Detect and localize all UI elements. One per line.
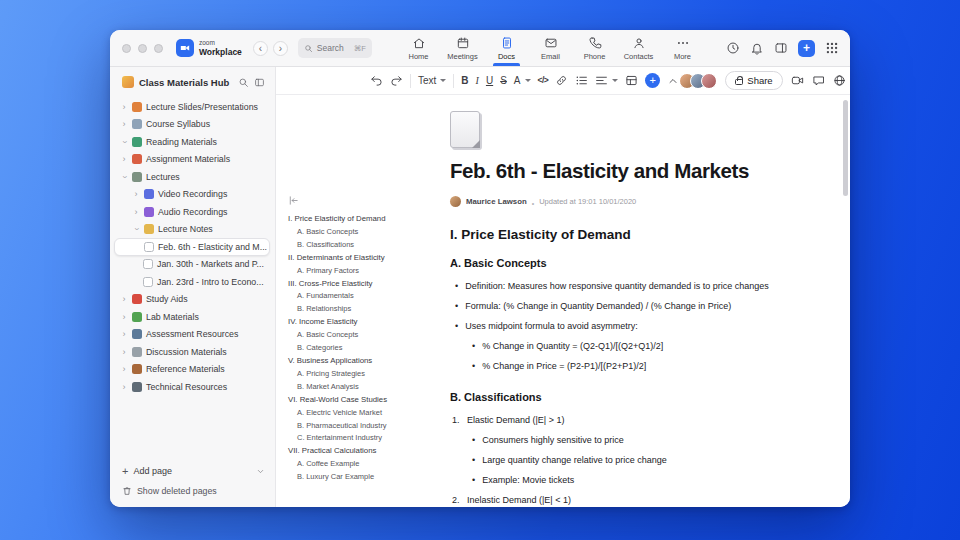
chevron-right-icon[interactable] [120,330,128,338]
sidebar-item-jan-30th[interactable]: Jan. 30th - Markets and P... [110,256,275,274]
outline-item[interactable]: A. Electric Vehicle Market [288,407,410,420]
sidebar-item-reference-materials[interactable]: Reference Materials [110,361,275,379]
heading-1[interactable]: I. Price Elasticity of Demand [450,227,772,242]
outline-item[interactable]: A. Pricing Strategies [288,368,410,381]
sidebar-item-discussion-materials[interactable]: Discussion Materials [110,343,275,361]
text-style-dropdown[interactable]: Text [418,76,446,86]
sidebar-item-course-syllabus[interactable]: Course Syllabus [110,116,275,134]
outline-item[interactable]: C. Entertainment Industry [288,432,410,445]
code-button[interactable]: </> [538,76,549,85]
video-camera-icon[interactable] [791,74,804,87]
insert-block-button[interactable] [645,73,660,88]
outline-item[interactable]: II. Determinants of Elasticity [288,252,410,265]
outline-item[interactable]: V. Business Applications [288,355,410,368]
bullet-item[interactable]: Uses midpoint formula to avoid asymmetry… [450,316,772,336]
maximize-window-button[interactable] [154,44,163,53]
sub-bullet-item[interactable]: Consumers highly sensitive to price [450,430,772,450]
outline-item[interactable]: B. Luxury Car Example [288,471,410,484]
share-button[interactable]: Share [725,71,782,90]
chevron-right-icon[interactable] [120,103,128,111]
show-deleted-pages-button[interactable]: Show deleted pages [122,486,265,496]
back-button[interactable] [253,41,268,56]
chevron-right-icon[interactable] [120,383,128,391]
new-button[interactable] [798,40,815,57]
numbered-item[interactable]: 2.Inelastic Demand (|E| < 1) [450,490,772,507]
outline-item[interactable]: B. Classifications [288,239,410,252]
outline-item[interactable]: III. Cross-Price Elasticity [288,278,410,291]
outline-item[interactable]: VI. Real-World Case Studies [288,394,410,407]
chevron-down-icon[interactable] [120,173,128,181]
sidebar-item-assessment-resources[interactable]: Assessment Resources [110,326,275,344]
scrollbar[interactable] [843,100,848,196]
chevron-down-icon[interactable] [120,138,128,146]
outline-item[interactable]: A. Coffee Example [288,458,410,471]
text-color-button[interactable]: A [514,76,531,86]
sub-bullet-item[interactable]: Example: Movie tickets [450,470,772,490]
tab-home[interactable]: Home [398,30,439,66]
collapse-toolbar-button[interactable] [667,75,679,87]
numbered-item[interactable]: 1.Elastic Demand (|E| > 1) [450,410,772,430]
chevron-down-icon[interactable] [256,467,265,476]
sidebar-item-lecture-notes[interactable]: Lecture Notes [110,221,275,239]
chevron-right-icon[interactable] [120,295,128,303]
bulleted-list-button[interactable] [575,74,588,87]
bullet-item[interactable]: Formula: (% Change in Quantity Demanded)… [450,296,772,316]
heading-2[interactable]: B. Classifications [450,391,772,403]
chevron-right-icon[interactable] [120,155,128,163]
chat-icon[interactable] [812,74,825,87]
globe-icon[interactable] [833,74,846,87]
heading-2[interactable]: A. Basic Concepts [450,257,772,269]
sub-bullet-item[interactable]: Large quantity change relative to price … [450,450,772,470]
align-button[interactable] [595,74,618,87]
document-title[interactable]: Feb. 6th - Elasticity and Markets [450,159,772,183]
outline-item[interactable]: A. Basic Concepts [288,226,410,239]
outline-item[interactable]: A. Fundamentals [288,290,410,303]
sidebar-item-study-aids[interactable]: Study Aids [110,291,275,309]
document-page-icon[interactable] [450,111,480,148]
chevron-down-icon[interactable] [132,225,140,233]
outline-item[interactable]: B. Pharmaceutical Industry [288,420,410,433]
forward-button[interactable] [273,41,288,56]
chevron-right-icon[interactable] [120,348,128,356]
bullet-item[interactable]: Definition: Measures how responsive quan… [450,276,772,296]
search-input[interactable]: Search ⌘F [298,38,372,58]
sidebar-item-lab-materials[interactable]: Lab Materials [110,308,275,326]
tab-email[interactable]: Email [530,30,571,66]
sub-bullet-item[interactable]: % Change in Quantity = (Q2-Q1)/[(Q2+Q1)/… [450,336,772,356]
strikethrough-button[interactable]: S [500,76,507,86]
side-panel-icon[interactable] [774,41,788,55]
outline-item[interactable]: B. Relationships [288,303,410,316]
sidebar-item-lecture-slides[interactable]: Lecture Slides/Presentations [110,98,275,116]
tab-more[interactable]: More [662,30,703,66]
sidebar-item-assignment-materials[interactable]: Assignment Materials [110,151,275,169]
notifications-bell-icon[interactable] [750,41,764,55]
outline-item[interactable]: B. Categories [288,342,410,355]
bold-button[interactable]: B [461,76,468,86]
tab-phone[interactable]: Phone [574,30,615,66]
sub-bullet-item[interactable]: % Change in Price = (P2-P1)/[(P2+P1)/2] [450,356,772,376]
redo-button[interactable] [390,74,403,87]
sidebar-item-jan-23rd[interactable]: Jan. 23rd - Intro to Econo... [110,273,275,291]
outline-item[interactable]: VII. Practical Calculations [288,445,410,458]
link-button[interactable] [555,74,568,87]
history-icon[interactable] [726,41,740,55]
minimize-window-button[interactable] [138,44,147,53]
chevron-right-icon[interactable] [132,190,140,198]
sidebar-item-feb-6th[interactable]: Feb. 6th - Elasticity and M... [114,238,270,256]
sidebar-collapse-icon[interactable] [254,77,265,88]
outline-item[interactable]: A. Primary Factors [288,265,410,278]
outline-item[interactable]: B. Market Analysis [288,381,410,394]
tab-contacts[interactable]: Contacts [618,30,659,66]
sidebar-item-video-recordings[interactable]: Video Recordings [110,186,275,204]
collaborator-avatars[interactable] [679,73,717,89]
add-page-button[interactable]: Add page [122,465,265,477]
sidebar-item-audio-recordings[interactable]: Audio Recordings [110,203,275,221]
sidebar-item-lectures[interactable]: Lectures [110,168,275,186]
outline-item[interactable]: A. Basic Concepts [288,329,410,342]
apps-grid-icon[interactable] [825,41,839,55]
underline-button[interactable]: U [486,76,493,86]
outline-collapse-icon[interactable] [288,195,410,206]
tab-docs[interactable]: Docs [486,30,527,66]
chevron-right-icon[interactable] [120,313,128,321]
sidebar-item-reading-materials[interactable]: Reading Materials [110,133,275,151]
